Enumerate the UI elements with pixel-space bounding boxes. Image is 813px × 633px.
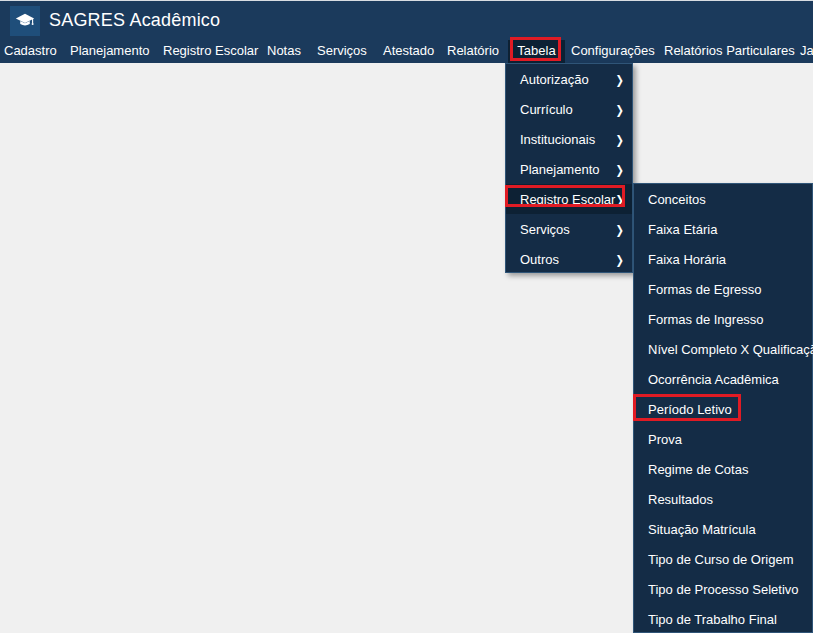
dropdown-item-institucionais[interactable]: Institucionais ❯ [506, 124, 632, 154]
menu-atestado[interactable]: Atestado [383, 40, 434, 63]
chevron-right-icon: ❯ [616, 162, 624, 175]
submenu-item-regime-de-cotas[interactable]: Regime de Cotas [634, 454, 812, 484]
submenu-item-label: Situação Matrícula [648, 522, 756, 537]
submenu-item-label: Tipo de Trabalho Final [648, 612, 777, 627]
submenu-item-label: Formas de Ingresso [648, 312, 764, 327]
window-title: SAGRES Acadêmico [49, 10, 220, 31]
submenu-item-label: Formas de Egresso [648, 282, 761, 297]
chevron-right-icon: ❯ [616, 72, 624, 85]
dropdown-item-servicos[interactable]: Serviços ❯ [506, 214, 632, 244]
submenu-item-label: Faixa Horária [648, 252, 726, 267]
registro-escolar-submenu: Conceitos Faixa Etária Faixa Horária For… [633, 183, 813, 633]
menu-configuracoes[interactable]: Configurações [571, 40, 655, 63]
submenu-item-label: Tipo de Processo Seletivo [648, 582, 799, 597]
submenu-item-tipo-de-curso-de-origem[interactable]: Tipo de Curso de Origem [634, 544, 812, 574]
submenu-item-situacao-matricula[interactable]: Situação Matrícula [634, 514, 812, 544]
dropdown-item-registro-escolar[interactable]: Registro Escolar ❯ [506, 184, 632, 214]
submenu-item-label: Nível Completo X Qualificação [648, 342, 813, 357]
dropdown-item-label: Institucionais [520, 132, 595, 147]
dropdown-item-label: Outros [520, 252, 559, 267]
chevron-right-icon: ❯ [616, 222, 624, 235]
submenu-item-prova[interactable]: Prova [634, 424, 812, 454]
menu-notas[interactable]: Notas [267, 40, 301, 63]
chevron-right-icon: ❯ [616, 102, 624, 115]
menu-relatorios-particulares[interactable]: Relatórios Particulares [664, 40, 795, 63]
submenu-item-resultados[interactable]: Resultados [634, 484, 812, 514]
application-window: SAGRES Acadêmico Cadastro Planejamento R… [0, 0, 813, 633]
submenu-item-label: Regime de Cotas [648, 462, 748, 477]
submenu-item-label: Ocorrência Acadêmica [648, 372, 779, 387]
dropdown-item-label: Autorização [520, 72, 589, 87]
submenu-item-label: Faixa Etária [648, 222, 717, 237]
menu-cadastro[interactable]: Cadastro [4, 40, 57, 63]
submenu-item-label: Resultados [648, 492, 713, 507]
submenu-item-tipo-de-trabalho-final[interactable]: Tipo de Trabalho Final [634, 604, 812, 633]
submenu-item-label: Tipo de Curso de Origem [648, 552, 793, 567]
menu-registro-escolar[interactable]: Registro Escolar [163, 40, 258, 63]
menu-janela-cutoff[interactable]: Ja [800, 40, 813, 63]
dropdown-item-curriculo[interactable]: Currículo ❯ [506, 94, 632, 124]
submenu-item-label: Prova [648, 432, 682, 447]
submenu-item-faixa-etaria[interactable]: Faixa Etária [634, 214, 812, 244]
submenu-item-label: Conceitos [648, 192, 706, 207]
dropdown-item-label: Currículo [520, 102, 573, 117]
submenu-item-formas-de-egresso[interactable]: Formas de Egresso [634, 274, 812, 304]
chevron-right-icon: ❯ [616, 252, 624, 265]
submenu-item-ocorrencia-academica[interactable]: Ocorrência Acadêmica [634, 364, 812, 394]
menubar: Cadastro Planejamento Registro Escolar N… [0, 40, 813, 63]
dropdown-item-label: Serviços [520, 222, 570, 237]
dropdown-item-planejamento[interactable]: Planejamento ❯ [506, 154, 632, 184]
dropdown-item-outros[interactable]: Outros ❯ [506, 244, 632, 274]
dropdown-item-label: Registro Escolar [520, 192, 615, 207]
menu-servicos[interactable]: Serviços [317, 40, 367, 63]
chevron-right-icon: ❯ [616, 192, 624, 205]
menu-planejamento[interactable]: Planejamento [70, 40, 150, 63]
tabela-dropdown-menu: Autorização ❯ Currículo ❯ Institucionais… [505, 63, 633, 273]
submenu-item-nivel-completo-x-qualificacao[interactable]: Nível Completo X Qualificação [634, 334, 812, 364]
titlebar: SAGRES Acadêmico [0, 0, 813, 40]
menu-tabela[interactable]: Tabela [508, 40, 565, 63]
graduation-cap-icon[interactable] [10, 6, 40, 36]
chevron-right-icon: ❯ [616, 132, 624, 145]
submenu-item-tipo-de-processo-seletivo[interactable]: Tipo de Processo Seletivo [634, 574, 812, 604]
dropdown-item-autorizacao[interactable]: Autorização ❯ [506, 64, 632, 94]
submenu-item-faixa-horaria[interactable]: Faixa Horária [634, 244, 812, 274]
submenu-item-conceitos[interactable]: Conceitos [634, 184, 812, 214]
dropdown-item-label: Planejamento [520, 162, 600, 177]
submenu-item-label: Período Letivo [648, 402, 732, 417]
submenu-item-periodo-letivo[interactable]: Período Letivo [634, 394, 812, 424]
menu-relatorio[interactable]: Relatório [447, 40, 499, 63]
submenu-item-formas-de-ingresso[interactable]: Formas de Ingresso [634, 304, 812, 334]
